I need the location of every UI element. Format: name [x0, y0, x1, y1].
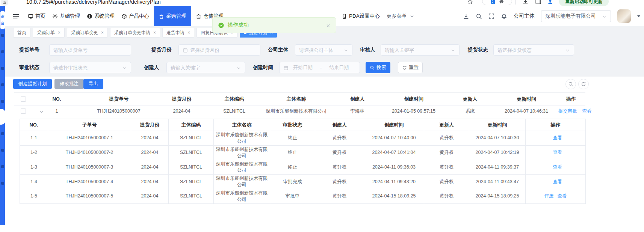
tab-label: 送货申请	[166, 30, 184, 36]
submit-approval-link[interactable]: 提交审批	[558, 108, 577, 114]
view-link[interactable]: 查看	[553, 179, 562, 184]
close-icon[interactable]: ×	[58, 30, 60, 35]
view-link[interactable]: 查看	[553, 150, 562, 155]
delivery-no-input[interactable]	[49, 44, 131, 56]
menu-collapse-icon[interactable]	[12, 13, 20, 20]
view-link[interactable]: 查看	[582, 108, 591, 114]
sub-row-no: 1-4	[20, 175, 48, 189]
approval-status-select[interactable]	[49, 62, 131, 73]
side-panel-icon[interactable]	[535, 0, 541, 5]
tab-purchase-order-change-request[interactable]: 采购订单变更申请×	[110, 28, 160, 38]
view-link[interactable]: 查看	[553, 164, 562, 170]
nav-item-product-center[interactable]: 产品中心	[119, 6, 151, 26]
creator-field[interactable]	[171, 65, 234, 71]
reset-button[interactable]: 重置	[398, 62, 423, 73]
delivery-no-field[interactable]	[53, 47, 127, 53]
profile-icon[interactable]	[547, 0, 553, 5]
table-header-row: NO. 提货单号 提货月份 主体编码 主体名称 创建人 创建时间 更新人 更新时…	[14, 93, 585, 105]
extensions-pill[interactable]	[482, 0, 512, 5]
table-search-icon-button[interactable]	[565, 79, 576, 89]
avatar-caret-icon[interactable]	[637, 15, 640, 17]
nav-item-purchase-mgmt[interactable]: 采购管理	[154, 6, 191, 26]
close-icon[interactable]: ×	[187, 30, 190, 35]
nav-item-label: 基础管理	[60, 13, 80, 20]
address-bar[interactable]: 10.0.7.25/#/purchase/deliveryPlanManager…	[26, 0, 161, 5]
delivery-status-field[interactable]	[497, 47, 563, 53]
sub-row-updated-at: 2024-04-15 18:09:25	[469, 189, 526, 204]
sidebar-item-icon[interactable]	[1, 149, 4, 152]
logo-char-bottom: 台	[0, 20, 5, 27]
select-all-checkbox[interactable]	[21, 96, 26, 102]
create-delivery-plan-button[interactable]: 创建提货计划	[13, 79, 52, 89]
col-updated-at: 更新时间	[469, 119, 526, 131]
search-icon[interactable]	[476, 13, 482, 19]
approval-status-field[interactable]	[53, 65, 120, 71]
col-created-at: 创建时间	[384, 93, 444, 105]
row-updated-at: 2024-04-07 10:46:31	[496, 105, 556, 117]
sidebar-item-icon[interactable]	[1, 182, 4, 185]
expand-chevron-icon[interactable]	[39, 109, 44, 114]
close-icon[interactable]	[326, 22, 331, 28]
sidebar-item-icon[interactable]	[1, 83, 4, 86]
delivery-status-select[interactable]	[493, 44, 574, 56]
sidebar-active-item[interactable]	[0, 109, 5, 125]
void-link[interactable]: 作废	[544, 193, 554, 199]
sidebar-item-icon[interactable]	[1, 50, 4, 53]
sub-order-table: NO. 子单号 提货月份 主体编码 主体名称 审批状态 创建人 创建时间 更新人…	[20, 119, 586, 204]
filter-row-1: 提货单号 提货月份 公司主体 审核人 提货状态	[5, 44, 644, 56]
delivery-month-field[interactable]	[190, 47, 256, 53]
sidebar-item-icon[interactable]	[1, 100, 4, 103]
row-checkbox[interactable]	[21, 108, 26, 114]
sidebar-item-icon[interactable]	[1, 165, 4, 168]
sub-row-month: 2024-04	[131, 175, 169, 189]
col-entity-code: 主体编码	[169, 119, 214, 131]
sub-row-created-at: 2024-04-11 09:36:03	[364, 160, 424, 175]
user-avatar[interactable]	[617, 9, 631, 23]
extension-icon[interactable]	[499, 0, 504, 4]
auditor-field[interactable]	[385, 47, 448, 53]
filter-label: 公司主体	[268, 44, 288, 56]
auditor-select[interactable]	[381, 44, 460, 56]
fullscreen-icon[interactable]	[488, 13, 494, 20]
edit-annotation-button[interactable]: 修改批注	[54, 79, 84, 89]
warehouse-icon	[196, 13, 201, 19]
nav-items-obscured-by-toast	[228, 16, 339, 17]
sidebar-item-icon[interactable]	[1, 132, 4, 135]
translate-icon[interactable]	[491, 0, 495, 4]
sidebar-item-icon[interactable]	[1, 34, 4, 37]
nav-item-home[interactable]: 首页	[26, 6, 48, 26]
col-approval-status: 审批状态	[270, 119, 315, 131]
company-entity-filter-field[interactable]	[299, 47, 341, 53]
download-icon[interactable]	[463, 13, 469, 19]
company-entity-select[interactable]: 深圳乐能电子有限公司	[541, 10, 611, 22]
view-link[interactable]: 查看	[553, 135, 562, 140]
filter-label: 提货状态	[468, 44, 488, 56]
creator-select[interactable]	[166, 62, 245, 73]
export-button[interactable]: 导出	[83, 79, 103, 89]
close-icon[interactable]: ×	[153, 30, 156, 35]
delivery-month-picker[interactable]	[178, 44, 260, 56]
tab-home[interactable]: 首页	[13, 28, 30, 38]
company-entity-filter-select[interactable]	[295, 44, 352, 56]
downloads-icon[interactable]	[522, 0, 529, 5]
search-button[interactable]: 搜索	[366, 62, 390, 73]
bookmark-star-icon[interactable]	[467, 0, 473, 5]
bell-icon[interactable]	[501, 13, 507, 19]
nav-item-pda-center[interactable]: PDA设置中心	[339, 6, 382, 26]
nav-item-basic-mgmt[interactable]: 基础管理	[50, 6, 82, 26]
tab-purchase-order-change[interactable]: 采购订单变更×	[67, 28, 108, 38]
sidebar-item-icon[interactable]	[1, 67, 4, 70]
view-link[interactable]: 查看	[558, 193, 567, 199]
sub-row-status: 终止	[270, 160, 315, 175]
nav-item-system-mgmt[interactable]: 系统管理	[85, 6, 117, 26]
tab-purchase-order[interactable]: 采购订单×	[33, 28, 65, 38]
site-settings-icon[interactable]	[1, 0, 8, 6]
sub-row-status: 终止	[270, 131, 315, 146]
company-entity-value: 深圳乐能电子有限公司	[545, 13, 600, 20]
table-refresh-icon-button[interactable]	[578, 79, 589, 89]
nav-item-more-menu[interactable]: 更多菜单	[384, 6, 417, 26]
browser-update-chip[interactable]: 重新启动即可更新	[559, 0, 609, 6]
created-date-range-picker[interactable]: 开始日期 - 结束日期	[279, 62, 360, 73]
close-icon[interactable]: ×	[101, 30, 104, 35]
tab-delivery-request[interactable]: 送货申请×	[162, 28, 194, 38]
